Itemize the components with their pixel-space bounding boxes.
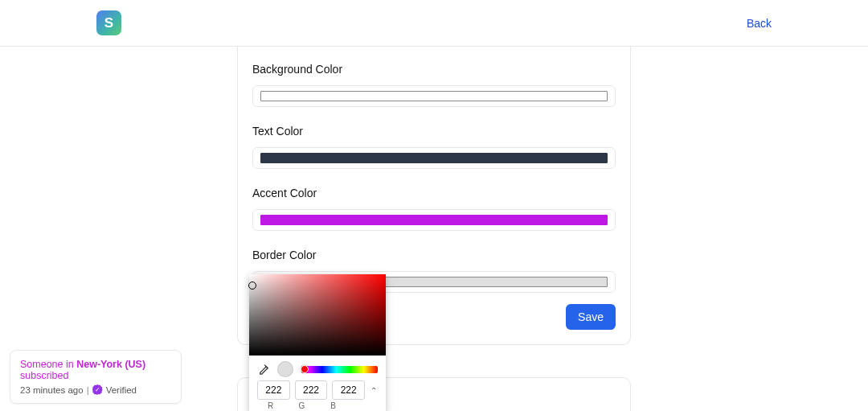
toast-meta: 23 minutes ago | ✓ Verified [20, 384, 171, 395]
text-color-label: Text Color [252, 125, 616, 138]
toast-suffix: subscribed [20, 370, 68, 381]
rgb-r-input[interactable] [257, 380, 290, 400]
color-preview-swatch [277, 361, 293, 377]
background-color-swatch [260, 91, 608, 101]
text-color-field[interactable] [252, 147, 616, 169]
rgb-b-input[interactable] [332, 380, 365, 400]
color-picker-popover: ⌃ R G B [249, 274, 386, 411]
b-label: B [320, 401, 346, 410]
accent-color-label: Accent Color [252, 187, 616, 199]
g-label: G [289, 401, 315, 410]
hue-handle[interactable] [301, 365, 309, 373]
notification-toast: Someone in New-York (US) subscribed 23 m… [10, 350, 182, 404]
back-link[interactable]: Back [747, 17, 772, 30]
color-picker-controls [249, 356, 386, 380]
border-color-label: Border Color [252, 249, 616, 261]
logo-letter: S [104, 15, 113, 31]
rgb-inputs: ⌃ [249, 380, 386, 401]
toast-prefix: Someone in [20, 359, 76, 370]
save-button[interactable]: Save [566, 304, 616, 330]
background-color-field[interactable] [252, 85, 616, 107]
background-color-label: Background Color [252, 63, 616, 76]
toast-location: New-York (US) [76, 359, 145, 370]
verified-badge-icon: ✓ [92, 384, 103, 395]
text-color-swatch [260, 153, 608, 163]
accent-color-swatch [260, 215, 608, 225]
verified-label: Verified [106, 385, 137, 395]
format-toggle-icon[interactable]: ⌃ [370, 386, 378, 395]
eyedropper-icon[interactable] [257, 364, 269, 376]
app-logo: S [96, 10, 121, 35]
rgb-labels: R G B [249, 401, 386, 411]
toast-message: Someone in New-York (US) subscribed [20, 359, 171, 381]
color-picker-saturation[interactable] [249, 274, 386, 356]
hue-slider[interactable] [301, 366, 378, 373]
rgb-g-input[interactable] [295, 380, 328, 400]
toast-time: 23 minutes ago [20, 385, 84, 395]
r-label: R [257, 401, 284, 410]
app-header: S Back [0, 0, 868, 47]
accent-color-field[interactable] [252, 209, 616, 231]
saturation-handle[interactable] [248, 282, 256, 290]
toast-separator: | [87, 385, 89, 395]
